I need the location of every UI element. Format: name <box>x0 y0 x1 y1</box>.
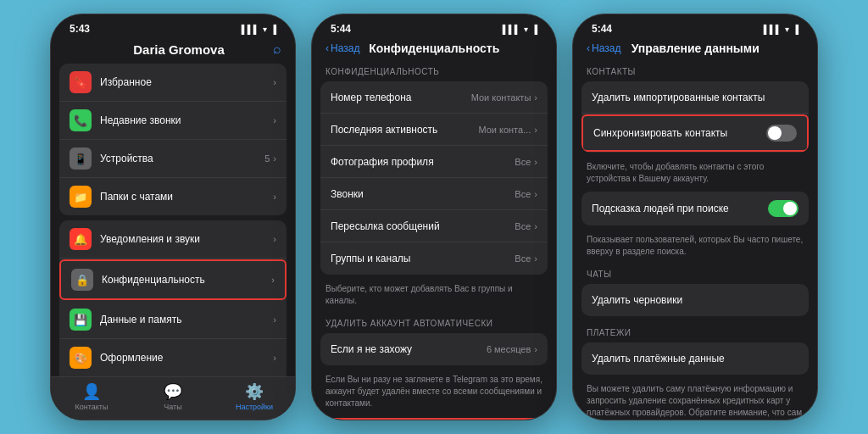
profile-name: Daria Gromova <box>85 42 273 57</box>
tab-contacts[interactable]: 👤 Контакты <box>51 382 132 411</box>
nav-header-3: ‹ Назад Управление данными <box>573 38 817 60</box>
payments-group: Удалить платёжные данные <box>581 342 809 375</box>
menu-group-2: 🔔 Уведомления и звуки › 🔒 Конфиденциальн… <box>59 220 287 376</box>
phone-3: 5:44 ▌▌▌ ▾ ▐ ‹ Назад Управление данными … <box>572 14 818 420</box>
back-button-2[interactable]: ‹ Назад <box>326 42 359 54</box>
menu-group-1: 🔖 Избранное › 📞 Недавние звонки › 📱 Устр… <box>59 64 287 215</box>
signal-icon: ▌▌▌ <box>242 25 259 34</box>
status-icons-1: ▌▌▌ ▾ ▐ <box>242 25 276 34</box>
delete-payments-item[interactable]: Удалить платёжные данные <box>581 342 809 375</box>
battery-icon-3: ▐ <box>793 25 798 34</box>
menu-item-recent-calls[interactable]: 📞 Недавние звонки › <box>59 102 287 140</box>
chats-tab-icon: 💬 <box>164 382 182 401</box>
delete-desc: Если Вы ни разу не заглянете в Telegram … <box>312 370 556 415</box>
privacy-activity-label: Последняя активность <box>331 124 478 136</box>
menu-item-notifications[interactable]: 🔔 Уведомления и звуки › <box>59 220 287 259</box>
menu-item-folders[interactable]: 📁 Папки с чатами › <box>59 178 287 215</box>
privacy-groups-label: Группы и каналы <box>331 253 515 264</box>
privacy-icon: 🔒 <box>71 269 93 291</box>
privacy-calls[interactable]: Звонки Все › <box>320 178 548 210</box>
chats-section-label: ЧАТЫ <box>573 263 817 282</box>
privacy-phone[interactable]: Номер телефона Мои контакты › <box>320 81 548 114</box>
delete-drafts-label: Удалить черновики <box>592 294 798 306</box>
delete-if-inactive[interactable]: Если я не захожу 6 месяцев › <box>320 333 548 365</box>
favorites-icon: 🔖 <box>70 71 92 93</box>
devices-icon: 📱 <box>70 147 92 170</box>
people-search-group: Подсказка людей при поиске <box>581 192 809 225</box>
folders-label: Папки с чатами <box>100 191 273 203</box>
contacts-group: Удалить импортированные контакты Синхрон… <box>581 81 809 153</box>
privacy-activity[interactable]: Последняя активность Мои конта... › <box>320 114 548 146</box>
status-bar-1: 5:43 ▌▌▌ ▾ ▐ <box>51 14 295 38</box>
wifi-icon: ▾ <box>263 25 267 34</box>
sync-contacts-toggle[interactable] <box>766 125 797 142</box>
back-button-3[interactable]: ‹ Назад <box>587 42 620 54</box>
nav-header-2: ‹ Назад Конфиденциальность <box>312 38 556 60</box>
nav-title-2: Конфиденциальность <box>359 42 509 55</box>
privacy-groups[interactable]: Группы и каналы Все › <box>320 242 548 275</box>
notifications-label: Уведомления и звуки <box>100 233 273 245</box>
delete-drafts-item[interactable]: Удалить черновики <box>581 284 809 316</box>
data-icon: 💾 <box>70 309 92 331</box>
menu-item-data[interactable]: 💾 Данные и память › <box>59 301 287 339</box>
settings-content: 🔖 Избранное › 📞 Недавние звонки › 📱 Устр… <box>51 62 295 376</box>
status-bar-2: 5:44 ▌▌▌ ▾ ▐ <box>312 14 556 38</box>
favorites-label: Избранное <box>100 76 273 88</box>
battery-icon-2: ▐ <box>531 25 537 34</box>
manage-data-box[interactable]: Управление данными › <box>320 418 548 420</box>
delete-imported-contacts[interactable]: Удалить импортированные контакты <box>581 81 809 114</box>
status-icons-2: ▌▌▌ ▾ ▐ <box>503 25 537 34</box>
devices-label: Устройства <box>100 153 264 164</box>
search-icon[interactable]: ⌕ <box>273 42 281 57</box>
back-label-3: Назад <box>592 42 620 54</box>
sync-contacts-item[interactable]: Синхронизировать контакты <box>581 114 809 152</box>
notifications-icon: 🔔 <box>70 228 92 250</box>
appearance-icon: 🎨 <box>70 347 92 369</box>
calls-label: Недавние звонки <box>100 114 273 126</box>
phone-1: 5:43 ▌▌▌ ▾ ▐ Daria Gromova ⌕ 🔖 Избранное… <box>50 14 296 420</box>
folders-icon: 📁 <box>70 186 92 208</box>
privacy-content: КОНФИДЕНЦИАЛЬНОСТЬ Номер телефона Мои ко… <box>312 60 556 420</box>
time-2: 5:44 <box>331 23 351 35</box>
signal-icon-3: ▌▌▌ <box>764 25 782 34</box>
chats-group: Удалить черновики <box>581 284 809 316</box>
privacy-photo-label: Фотография профиля <box>331 156 515 168</box>
delete-imported-label: Удалить импортированные контакты <box>592 92 798 103</box>
contacts-tab-icon: 👤 <box>82 382 101 401</box>
menu-item-favorites[interactable]: 🔖 Избранное › <box>59 64 287 102</box>
menu-item-privacy[interactable]: 🔒 Конфиденциальность › <box>59 259 287 300</box>
menu-item-appearance[interactable]: 🎨 Оформление › <box>59 339 287 376</box>
wifi-icon-3: ▾ <box>785 25 789 34</box>
privacy-phone-label: Номер телефона <box>331 92 471 103</box>
delete-menu-group: Если я не захожу 6 месяцев › <box>320 333 548 365</box>
settings-tab-label: Настройки <box>236 403 273 411</box>
back-chevron-3: ‹ <box>587 42 590 54</box>
payments-section-label: ПЛАТЕЖИ <box>573 321 817 341</box>
people-search-item[interactable]: Подсказка людей при поиске <box>581 192 809 225</box>
calls-icon: 📞 <box>70 109 92 131</box>
battery-icon: ▐ <box>270 25 276 34</box>
settings-tab-icon: ⚙️ <box>245 382 264 401</box>
channels-desc: Выберите, кто может добавлять Вас в груп… <box>312 280 556 312</box>
time-1: 5:43 <box>70 23 90 35</box>
contacts-tab-label: Контакты <box>75 403 108 411</box>
back-label-2: Назад <box>331 42 359 54</box>
payments-desc: Вы можете удалить саму платёжную информа… <box>573 380 817 420</box>
privacy-photo[interactable]: Фотография профиля Все › <box>320 146 548 178</box>
signal-icon-2: ▌▌▌ <box>503 25 520 34</box>
time-3: 5:44 <box>592 23 612 35</box>
privacy-label: Конфиденциальность <box>102 274 271 286</box>
people-search-toggle[interactable] <box>768 200 798 217</box>
status-icons-3: ▌▌▌ ▾ ▐ <box>764 25 798 34</box>
menu-item-devices[interactable]: 📱 Устройства 5 › <box>59 140 287 178</box>
nav-header-1: Daria Gromova ⌕ <box>51 38 295 62</box>
privacy-menu-group: Номер телефона Мои контакты › Последняя … <box>320 81 548 275</box>
privacy-forwarding[interactable]: Пересылка сообщений Все › <box>320 210 548 242</box>
tab-settings[interactable]: ⚙️ Настройки <box>214 382 295 411</box>
wifi-icon-2: ▾ <box>524 25 528 34</box>
privacy-calls-label: Звонки <box>331 188 515 200</box>
tab-chats[interactable]: 💬 Чаты <box>132 382 214 411</box>
appearance-label: Оформление <box>100 352 273 364</box>
status-bar-3: 5:44 ▌▌▌ ▾ ▐ <box>573 14 817 38</box>
nav-title-3: Управление данными <box>620 42 770 55</box>
